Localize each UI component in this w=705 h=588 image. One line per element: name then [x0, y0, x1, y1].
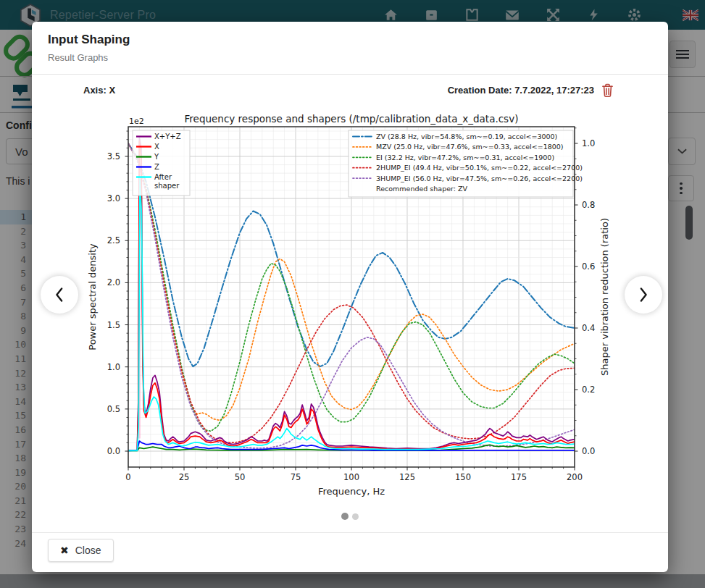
svg-text:200: 200	[567, 472, 583, 482]
svg-text:0.4: 0.4	[582, 323, 595, 333]
svg-text:1.5: 1.5	[107, 320, 120, 330]
svg-text:After: After	[154, 173, 172, 181]
close-icon: ✖	[60, 545, 69, 556]
svg-text:150: 150	[455, 472, 471, 482]
next-graph-button[interactable]	[625, 276, 662, 314]
svg-text:0.0: 0.0	[107, 446, 120, 456]
svg-text:Y: Y	[154, 153, 159, 161]
svg-text:Z: Z	[154, 163, 159, 171]
screen: Repetier-Server Pro	[0, 0, 705, 588]
carousel-dot[interactable]	[352, 513, 359, 520]
x-axis-label: Frequency, Hz	[318, 486, 385, 497]
close-button[interactable]: ✖ Close	[48, 539, 114, 562]
chevron-right-icon	[637, 286, 650, 303]
dialog-title: Input Shaping	[48, 33, 652, 47]
svg-text:0.0: 0.0	[582, 446, 595, 456]
svg-text:3.0: 3.0	[107, 193, 120, 203]
svg-text:shaper: shaper	[154, 182, 180, 190]
svg-text:2.0: 2.0	[107, 277, 120, 287]
carousel-dot-active[interactable]	[341, 513, 349, 520]
svg-text:1.0: 1.0	[582, 138, 595, 148]
creation-date: Creation Date: 7.7.2022, 17:27:23	[448, 85, 594, 96]
svg-text:75: 75	[291, 472, 301, 482]
svg-text:0.8: 0.8	[582, 200, 595, 210]
delete-result-button[interactable]	[601, 83, 614, 98]
result-chart: 02550751001251501752000.00.51.01.52.02.5…	[83, 105, 617, 505]
svg-text:25: 25	[179, 472, 190, 482]
svg-text:0.2: 0.2	[582, 385, 595, 395]
trash-icon	[601, 83, 614, 98]
carousel-dots	[32, 513, 668, 520]
svg-text:125: 125	[399, 472, 415, 482]
svg-text:ZV (28.8 Hz, vibr=54.8%, sm~=0: ZV (28.8 Hz, vibr=54.8%, sm~=0.19, accel…	[376, 133, 557, 140]
recommended-shaper-note: Recommended shaper: ZV	[376, 185, 467, 193]
chevron-left-icon	[53, 286, 66, 303]
right-axis-label: Shaper vibration reduction (ratio)	[599, 218, 610, 376]
axis-info-row: Axis: X Creation Date: 7.7.2022, 17:27:2…	[83, 82, 614, 98]
left-axis-label: Power spectral density	[87, 243, 98, 350]
svg-text:X: X	[154, 143, 159, 151]
frequency-response-chart: 02550751001251501752000.00.51.01.52.02.5…	[83, 105, 617, 505]
axis-label: Axis: X	[83, 85, 115, 96]
svg-text:3HUMP_EI (56.0 Hz, vibr=47.5%,: 3HUMP_EI (56.0 Hz, vibr=47.5%, sm~=0.26,…	[376, 175, 583, 182]
axis-offset-text: 1e2	[129, 117, 144, 126]
svg-text:X+Y+Z: X+Y+Z	[154, 133, 181, 140]
input-shaping-dialog: Input Shaping Result Graphs Axis: X Crea…	[32, 22, 668, 572]
previous-graph-button[interactable]	[41, 276, 78, 314]
close-button-label: Close	[75, 545, 101, 556]
chart-title: Frequency response and shapers (/tmp/cal…	[185, 113, 519, 125]
svg-text:50: 50	[235, 472, 246, 482]
svg-text:2HUMP_EI (49.4 Hz, vibr=50.1%,: 2HUMP_EI (49.4 Hz, vibr=50.1%, sm~=0.22,…	[376, 164, 583, 172]
svg-text:0.5: 0.5	[107, 404, 120, 414]
svg-text:EI (32.2 Hz, vibr=47.2%, sm~=0: EI (32.2 Hz, vibr=47.2%, sm~=0.31, accel…	[376, 154, 554, 161]
dialog-header: Input Shaping Result Graphs	[32, 22, 668, 75]
svg-text:0.6: 0.6	[582, 261, 595, 272]
svg-text:MZV (25.0 Hz, vibr=47.6%, sm~=: MZV (25.0 Hz, vibr=47.6%, sm~=0.33, acce…	[376, 143, 564, 151]
dialog-subtitle: Result Graphs	[48, 52, 652, 63]
svg-text:100: 100	[343, 472, 359, 482]
svg-text:2.5: 2.5	[107, 235, 120, 245]
svg-text:0: 0	[125, 472, 130, 482]
svg-text:1.0: 1.0	[107, 362, 120, 372]
svg-text:175: 175	[511, 472, 527, 482]
svg-text:3.5: 3.5	[107, 151, 120, 161]
footer-divider	[32, 532, 668, 533]
